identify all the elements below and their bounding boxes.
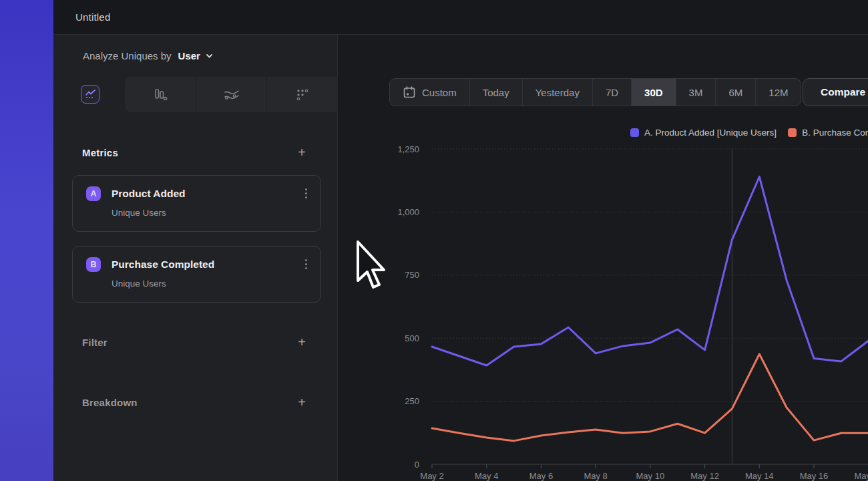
chart-type-tabs — [125, 77, 338, 112]
kebab-menu-icon[interactable] — [302, 257, 310, 272]
y-tick-label: 750 — [405, 270, 419, 280]
trend-chart[interactable]: 02505007501,0001,250May 2May 4May 6May 8… — [338, 35, 868, 481]
analyze-value-dropdown[interactable]: User — [178, 50, 200, 61]
add-breakdown-button plus-icon[interactable]: + — [298, 395, 306, 409]
chart-type-switcher — [53, 77, 337, 112]
y-tick-label: 0 — [415, 460, 419, 470]
analyze-uniques-row: Analyze Uniques by User — [53, 35, 337, 77]
add-metric-button plus-icon[interactable]: + — [298, 146, 306, 159]
metric-badge-b: B — [86, 257, 101, 272]
flows-icon[interactable] — [196, 77, 267, 112]
chevron-down-icon[interactable] — [205, 51, 214, 60]
add-filter-button plus-icon[interactable]: + — [298, 335, 306, 349]
kebab-menu-icon[interactable] — [302, 186, 310, 201]
top-header: Untitled — [53, 0, 868, 35]
x-tick-label: May 8 — [584, 471, 607, 481]
retention-grid-icon[interactable] — [266, 77, 338, 112]
metrics-section-header: Metrics + — [82, 146, 306, 159]
metric-name: Product Added — [112, 188, 302, 200]
bar-chart-icon[interactable] — [125, 77, 196, 112]
metric-subtitle[interactable]: Unique Users — [112, 208, 320, 218]
x-tick-label: May 10 — [636, 471, 665, 481]
x-tick-label: May 18 — [854, 471, 868, 481]
x-tick-label: May 14 — [745, 471, 774, 481]
line-chart-icon[interactable] — [81, 85, 99, 104]
series-a-line — [432, 177, 868, 366]
series-b-line — [432, 354, 868, 441]
x-tick-label: May 12 — [690, 471, 719, 481]
report-title[interactable]: Untitled — [75, 11, 110, 23]
cursor-pointer — [356, 240, 389, 294]
breakdown-section-header: Breakdown + — [82, 395, 306, 409]
x-tick-label: May 4 — [475, 471, 498, 481]
metric-card-a[interactable]: A Product Added Unique Users — [72, 175, 321, 232]
query-sidebar: Analyze Uniques by User — [53, 35, 338, 481]
metric-badge-a: A — [86, 186, 101, 201]
metric-card-b[interactable]: B Purchase Completed Unique Users — [72, 246, 321, 303]
filter-section-header: Filter + — [82, 335, 306, 349]
x-tick-label: May 16 — [800, 471, 829, 481]
metric-name: Purchase Completed — [112, 259, 302, 271]
chart-panel: CustomTodayYesterday7D30D3M6M12M Compare… — [338, 35, 868, 481]
y-tick-label: 250 — [405, 396, 419, 406]
breakdown-label: Breakdown — [82, 397, 138, 408]
analyze-label: Analyze Uniques by — [83, 50, 172, 61]
x-tick-label: May 2 — [420, 471, 443, 481]
y-tick-label: 1,250 — [397, 144, 419, 154]
y-tick-label: 1,000 — [397, 207, 419, 217]
y-tick-label: 500 — [405, 333, 419, 343]
x-tick-label: May 6 — [529, 471, 553, 481]
metric-subtitle[interactable]: Unique Users — [112, 279, 320, 289]
brand-gradient-strip — [0, 0, 53, 481]
metrics-label: Metrics — [82, 147, 118, 158]
filter-label: Filter — [82, 337, 107, 348]
